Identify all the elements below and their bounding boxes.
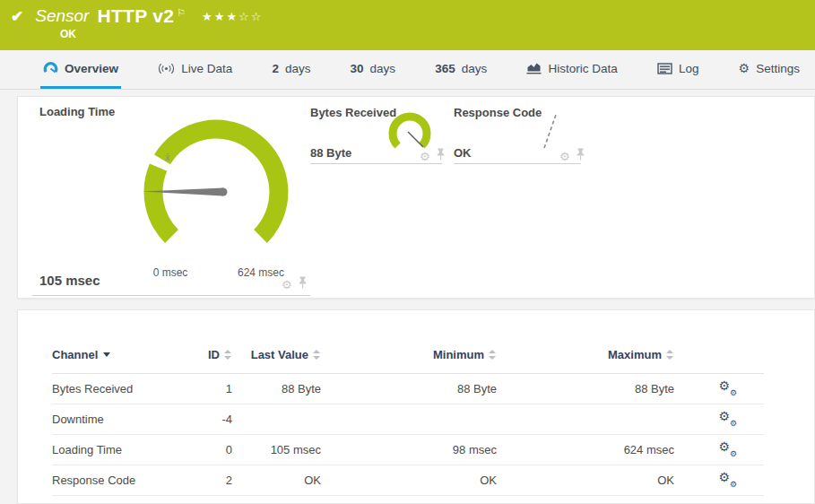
table-row: Response Code 2 OK OK OK ⚙⚙ <box>52 465 764 496</box>
gauge-max-label: 624 msec <box>238 266 284 279</box>
tab-365-days[interactable]: 365 days <box>432 50 490 89</box>
sort-icon <box>224 350 232 360</box>
channel-name: Downtime <box>52 404 186 435</box>
gauge-icon <box>43 61 58 75</box>
channel-table: Channel ID Last Value Minimum Maximum By… <box>52 348 764 496</box>
panel-divider <box>32 295 310 296</box>
sensor-status-badge: OK <box>11 28 802 40</box>
tab-label: Settings <box>756 62 800 75</box>
channel-last-value: OK <box>232 465 321 496</box>
sort-icon <box>313 350 321 360</box>
flag-icon[interactable]: ⚐ <box>177 7 186 19</box>
response-code-value: OK <box>454 146 472 160</box>
channel-maximum: 88 Byte <box>497 374 674 404</box>
gauge-title-loading-time: Loading Time <box>39 105 115 118</box>
channel-id: 0 <box>186 435 232 465</box>
channel-last-value: 105 msec <box>232 435 321 465</box>
panel-divider <box>454 163 581 164</box>
sensor-header: ✔ Sensor HTTP v2 ⚐ ★★★☆☆ OK <box>0 0 815 50</box>
response-code-gauge <box>539 111 562 151</box>
tab-2-days[interactable]: 2 days <box>269 50 313 89</box>
channel-minimum: 88 Byte <box>321 374 497 404</box>
table-row: Loading Time 0 105 msec 98 msec 624 msec… <box>52 435 764 465</box>
pin-icon[interactable] <box>298 276 308 292</box>
channel-last-value <box>232 404 321 435</box>
gauge-title-bytes-received: Bytes Received <box>310 106 396 119</box>
tab-label: days <box>285 62 311 75</box>
average-marker: x̄ <box>165 152 170 162</box>
channel-minimum <box>321 404 497 435</box>
tab-prefix: 30 <box>351 62 364 75</box>
tab-label: Overview <box>65 62 118 75</box>
tab-prefix: 2 <box>272 62 279 75</box>
status-check-icon: ✔ <box>11 7 23 26</box>
gear-icon[interactable]: ⚙ <box>420 151 430 162</box>
channel-id: -4 <box>186 404 232 435</box>
pin-icon[interactable] <box>436 148 446 164</box>
tab-settings[interactable]: ⚙ Settings <box>736 50 802 89</box>
channel-last-value: 88 Byte <box>232 374 321 404</box>
channel-minimum: 98 msec <box>321 435 497 465</box>
channel-id: 1 <box>186 374 232 404</box>
channels-card: Channel ID Last Value Minimum Maximum By… <box>17 309 815 504</box>
tab-bar: Overview Live Data 2 days 30 days 365 da… <box>0 50 815 90</box>
panel-actions: ⚙ <box>420 148 446 164</box>
tab-label: days <box>462 62 488 75</box>
tab-prefix: 365 <box>435 62 455 75</box>
tab-label: Log <box>679 62 699 75</box>
column-header-last-value[interactable]: Last Value <box>232 348 321 374</box>
gauge-needle <box>408 132 423 147</box>
gauge-title-response-code: Response Code <box>454 106 542 119</box>
gear-icon[interactable]: ⚙ <box>282 279 292 291</box>
tab-live-data[interactable]: Live Data <box>155 50 235 89</box>
table-header-row: Channel ID Last Value Minimum Maximum <box>52 348 764 374</box>
column-header-actions <box>674 348 764 374</box>
tab-label: Live Data <box>181 62 232 75</box>
tab-30-days[interactable]: 30 days <box>348 50 399 89</box>
sensor-kind-label: Sensor <box>35 6 89 26</box>
tab-historic-data[interactable]: Historic Data <box>524 50 620 89</box>
channel-maximum: OK <box>497 465 674 496</box>
column-header-maximum[interactable]: Maximum <box>497 348 674 374</box>
pin-icon[interactable] <box>576 148 585 164</box>
sort-icon <box>489 350 497 360</box>
gauge-needle <box>544 115 556 148</box>
gear-icon[interactable]: ⚙ <box>559 151 570 162</box>
channel-id: 2 <box>186 465 232 496</box>
tab-label: Historic Data <box>548 62 617 75</box>
table-row: Downtime -4 ⚙⚙ <box>52 404 764 435</box>
loading-time-gauge <box>135 111 297 273</box>
column-header-id[interactable]: ID <box>186 348 232 374</box>
log-list-icon <box>657 63 672 74</box>
channel-name: Loading Time <box>52 435 186 465</box>
stars-empty: ☆☆ <box>238 10 263 23</box>
tab-label: days <box>370 62 396 75</box>
column-header-channel[interactable]: Channel <box>52 348 186 374</box>
loading-time-value: 105 msec <box>39 273 100 288</box>
gauges-card: Loading Time x̄ 0 msec 624 msec 105 msec… <box>17 96 815 299</box>
sort-caret-icon <box>103 352 110 357</box>
area-chart-icon <box>526 62 542 74</box>
stars-filled: ★★★ <box>202 10 238 23</box>
tab-overview[interactable]: Overview <box>40 50 121 89</box>
channel-maximum: 624 msec <box>497 435 674 465</box>
channel-name: Response Code <box>52 465 186 496</box>
table-row: Bytes Received 1 88 Byte 88 Byte 88 Byte… <box>52 374 764 404</box>
broadcast-icon <box>158 63 175 74</box>
column-header-minimum[interactable]: Minimum <box>321 348 497 374</box>
tab-log[interactable]: Log <box>655 50 702 89</box>
channel-name: Bytes Received <box>52 374 186 404</box>
panel-actions: ⚙ <box>282 276 308 292</box>
panel-divider <box>310 163 442 164</box>
channel-maximum <box>497 404 674 435</box>
gauge-min-label: 0 msec <box>153 266 188 279</box>
channel-minimum: OK <box>321 465 497 496</box>
sensor-title: HTTP v2 <box>97 5 174 27</box>
sort-icon <box>666 350 674 360</box>
panel-actions: ⚙ <box>559 148 585 164</box>
bytes-received-value: 88 Byte <box>310 146 351 160</box>
gear-icon: ⚙ <box>739 62 750 74</box>
priority-stars[interactable]: ★★★☆☆ <box>202 10 263 23</box>
